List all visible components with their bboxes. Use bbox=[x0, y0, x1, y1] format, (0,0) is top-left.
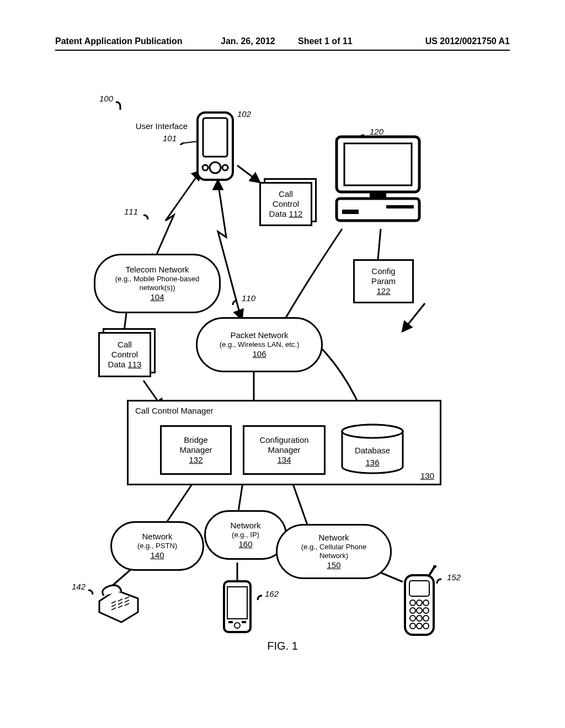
svg-rect-28 bbox=[409, 581, 429, 596]
header-date: Jan. 26, 2012 bbox=[221, 36, 275, 46]
packet-l2: (e.g., Wireless LAN, etc.) bbox=[220, 340, 299, 349]
call-control-data-112: Call Control Data 112 bbox=[259, 182, 312, 226]
svg-rect-26 bbox=[242, 621, 246, 623]
ref-102: 102 bbox=[237, 109, 251, 119]
diagram-area: 100 102 User Interface 101 bbox=[72, 94, 491, 645]
telecom-l1: Telecom Network bbox=[125, 265, 189, 275]
desktop-computer bbox=[326, 132, 430, 232]
cfgmgr-l1: Configuration bbox=[259, 435, 308, 445]
ref-104: 104 bbox=[150, 292, 164, 302]
svg-point-2 bbox=[210, 162, 221, 173]
cfgmgr-l2: Manager bbox=[268, 445, 300, 455]
ref-150: 150 bbox=[327, 560, 340, 570]
svg-point-36 bbox=[423, 608, 429, 613]
ip-l2: (e.g., IP) bbox=[232, 531, 259, 539]
svg-point-32 bbox=[417, 600, 422, 606]
header-publication: Patent Application Publication bbox=[55, 36, 183, 46]
ccd113-line2: Control bbox=[111, 350, 138, 360]
svg-point-12 bbox=[342, 425, 403, 438]
svg-point-39 bbox=[423, 615, 429, 621]
packet-l1: Packet Network bbox=[230, 330, 288, 340]
ref-122: 122 bbox=[376, 286, 390, 296]
bridge-l1: Bridge bbox=[184, 435, 207, 445]
ccd113-line1: Call bbox=[118, 340, 132, 350]
ref-101: 101 bbox=[163, 133, 177, 143]
call-control-data-113: Call Control Data 113 bbox=[98, 332, 151, 377]
ref-111: 111 bbox=[124, 207, 138, 216]
bridge-manager-box: Bridge Manager 132 bbox=[160, 425, 232, 475]
svg-rect-1 bbox=[203, 118, 227, 157]
svg-rect-6 bbox=[344, 143, 412, 185]
ip-l1: Network bbox=[230, 521, 260, 531]
cell-phone-icon bbox=[397, 565, 441, 637]
telecom-network-cloud: Telecom Network (e.g., Mobile Phone-base… bbox=[94, 254, 221, 313]
svg-point-3 bbox=[202, 165, 208, 170]
ccd112-line3: Data 112 bbox=[269, 209, 303, 219]
ref-134: 134 bbox=[277, 455, 291, 465]
db-label: Database bbox=[337, 446, 408, 456]
header-rule bbox=[55, 50, 510, 51]
cell-l3: Network) bbox=[319, 552, 348, 560]
pda-device bbox=[193, 110, 237, 182]
svg-rect-10 bbox=[342, 210, 359, 214]
header-sheet: Sheet 1 of 11 bbox=[298, 36, 353, 46]
svg-point-34 bbox=[410, 608, 415, 613]
ref-142: 142 bbox=[72, 582, 86, 591]
ref-100: 100 bbox=[99, 94, 113, 103]
database-cylinder: Database 136 bbox=[337, 424, 408, 476]
page: Patent Application Publication Jan. 26, … bbox=[0, 0, 565, 728]
ref-162: 162 bbox=[265, 589, 279, 598]
ccd113-line3: Data 113 bbox=[108, 360, 142, 370]
call-control-manager: Call Control Manager Bridge Manager 132 … bbox=[127, 400, 441, 485]
telecom-l3: network(s)) bbox=[139, 283, 175, 292]
ref-136: 136 bbox=[337, 458, 408, 468]
ref-130: 130 bbox=[420, 471, 434, 480]
cell-l1: Network bbox=[318, 533, 349, 543]
svg-point-33 bbox=[423, 600, 429, 606]
svg-point-37 bbox=[410, 615, 415, 621]
svg-rect-7 bbox=[370, 192, 386, 197]
ccm-title: Call Control Manager bbox=[135, 406, 214, 416]
packet-network-cloud: Packet Network (e.g., Wireless LAN, etc.… bbox=[196, 317, 323, 372]
network-pstn-cloud: Network (e.g., PSTN) 140 bbox=[110, 521, 204, 571]
svg-point-24 bbox=[234, 623, 240, 628]
ccd112-line1: Call bbox=[279, 189, 293, 199]
network-ip-cloud: Network (e.g., IP) 160 bbox=[204, 510, 287, 560]
ref-106: 106 bbox=[252, 349, 266, 359]
pstn-l1: Network bbox=[142, 532, 172, 542]
configuration-manager-box: Configuration Manager 134 bbox=[243, 425, 326, 475]
svg-rect-23 bbox=[227, 587, 247, 619]
svg-point-41 bbox=[417, 623, 422, 629]
pstn-l2: (e.g., PSTN) bbox=[137, 542, 177, 550]
svg-point-31 bbox=[410, 600, 415, 606]
header-pubno: US 2012/0021750 A1 bbox=[425, 36, 510, 46]
ref-132: 132 bbox=[189, 455, 202, 465]
svg-rect-25 bbox=[228, 621, 233, 623]
telecom-l2: (e.g., Mobile Phone-based bbox=[115, 275, 199, 283]
ref-152: 152 bbox=[447, 572, 461, 582]
svg-point-40 bbox=[410, 623, 415, 629]
network-cell-cloud: Network (e.g., Cellular Phone Network) 1… bbox=[276, 524, 392, 579]
ref-160: 160 bbox=[238, 539, 252, 549]
cell-l2: (e.g., Cellular Phone bbox=[301, 543, 367, 552]
figure-caption: FIG. 1 bbox=[0, 640, 565, 652]
svg-point-38 bbox=[417, 615, 422, 621]
ref-120: 120 bbox=[370, 127, 383, 136]
desk-phone-icon bbox=[94, 579, 143, 623]
label-user-interface: User Interface bbox=[127, 121, 188, 131]
configparam-l2: Param bbox=[371, 276, 396, 286]
ref-110: 110 bbox=[242, 293, 255, 303]
ref-140: 140 bbox=[150, 550, 164, 560]
ccd112-line2: Control bbox=[273, 199, 299, 209]
svg-point-35 bbox=[417, 608, 422, 613]
config-param-box: Config Param 122 bbox=[353, 259, 414, 303]
configparam-l1: Config bbox=[371, 266, 395, 276]
svg-point-4 bbox=[222, 165, 228, 170]
svg-rect-9 bbox=[386, 205, 414, 208]
bridge-l2: Manager bbox=[179, 445, 212, 455]
smartphone-icon bbox=[221, 579, 254, 634]
svg-point-42 bbox=[423, 623, 429, 629]
